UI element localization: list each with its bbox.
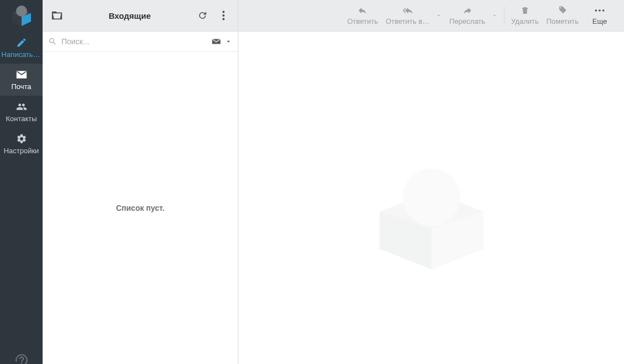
nav-settings-label: Настройки — [4, 147, 39, 155]
folder-select-button[interactable] — [49, 9, 65, 22]
nav-contacts[interactable]: Контакты — [0, 96, 43, 128]
nav-mail-label: Почта — [11, 82, 31, 91]
contacts-icon — [15, 101, 28, 112]
kebab-icon — [222, 11, 225, 20]
help-icon — [14, 353, 29, 364]
mark-button[interactable]: Пометить — [543, 6, 582, 25]
message-toolbar: Ответить Ответить в… Переслать Удалить — [238, 0, 624, 32]
svg-point-9 — [602, 9, 605, 12]
list-header: Входящие — [43, 0, 238, 32]
svg-point-6 — [222, 18, 225, 20]
reply-all-icon — [402, 6, 413, 15]
preview-blank — [238, 32, 624, 364]
more-icon — [594, 6, 605, 15]
forward-button[interactable]: Переслать — [446, 6, 488, 25]
search-bar — [43, 32, 238, 52]
forward-label: Переслать — [449, 17, 485, 25]
message-list-panel: Входящие Список пуст. — [43, 0, 238, 364]
svg-point-4 — [222, 11, 225, 13]
more-label: Еще — [592, 17, 607, 25]
watermark-icon — [360, 148, 503, 292]
compose-button[interactable]: Написать с… — [0, 32, 43, 64]
refresh-icon — [197, 11, 207, 20]
caret-down-icon — [436, 13, 441, 18]
compose-icon — [16, 37, 27, 48]
mail-scope-icon[interactable] — [211, 37, 221, 46]
cube-logo-icon — [9, 3, 34, 29]
trash-icon — [521, 6, 529, 15]
svg-point-7 — [595, 9, 597, 12]
nav-settings[interactable]: Настройки — [0, 128, 43, 160]
caret-down-icon — [492, 13, 497, 18]
folder-icon — [51, 9, 63, 22]
preview-pane: Ответить Ответить в… Переслать Удалить — [238, 0, 624, 364]
empty-list-message: Список пуст. — [43, 52, 238, 364]
reply-icon — [357, 6, 367, 15]
help-button[interactable] — [0, 353, 43, 364]
nav-mail[interactable]: Почта — [0, 64, 43, 96]
reply-all-label: Ответить в… — [386, 17, 429, 25]
svg-point-8 — [599, 9, 601, 12]
toolbar-separator — [504, 7, 505, 24]
compose-label: Написать с… — [2, 50, 41, 59]
reply-label: Ответить — [347, 17, 378, 25]
forward-group: Переслать — [446, 6, 501, 25]
tag-icon — [558, 6, 568, 15]
forward-caret[interactable] — [488, 11, 501, 20]
gear-icon — [16, 133, 27, 144]
list-more-button[interactable] — [216, 11, 231, 20]
search-input[interactable] — [61, 37, 207, 46]
search-icon — [48, 37, 57, 46]
more-button[interactable]: Еще — [583, 6, 616, 25]
app-logo — [0, 0, 43, 32]
reply-all-caret[interactable] — [433, 11, 445, 20]
forward-icon — [462, 6, 472, 15]
mail-icon — [16, 69, 27, 80]
chevron-down-icon[interactable] — [225, 38, 232, 45]
taskmenu: Написать с… Почта Контакты Настройки — [0, 0, 43, 364]
svg-point-13 — [403, 168, 460, 226]
svg-point-3 — [16, 6, 27, 17]
reply-button[interactable]: Ответить — [344, 6, 382, 25]
folder-title: Входящие — [70, 11, 189, 20]
svg-point-5 — [222, 14, 225, 17]
delete-label: Удалить — [511, 17, 539, 25]
reply-all-button[interactable]: Ответить в… — [382, 6, 433, 25]
refresh-button[interactable] — [195, 11, 210, 20]
mark-label: Пометить — [547, 17, 579, 25]
reply-all-group: Ответить в… — [382, 6, 445, 25]
nav-contacts-label: Контакты — [6, 115, 37, 123]
delete-button[interactable]: Удалить — [508, 6, 542, 25]
